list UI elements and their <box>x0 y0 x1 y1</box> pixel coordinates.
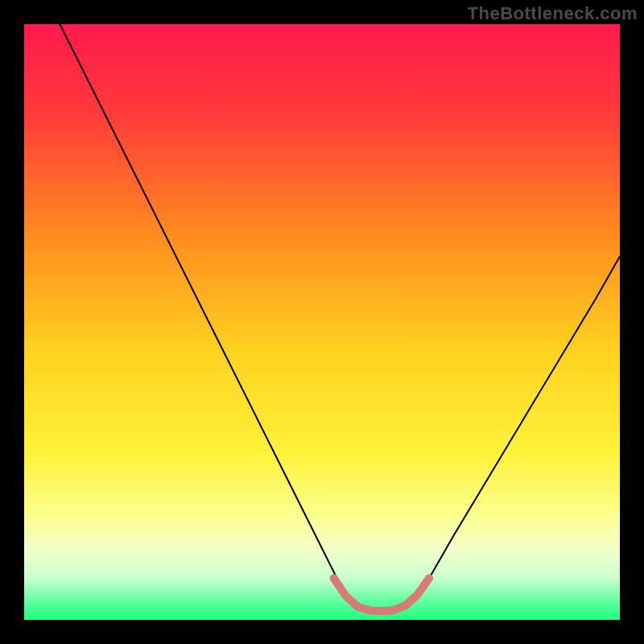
watermark-label: TheBottleneck.com <box>468 3 638 24</box>
bottleneck-chart <box>0 0 644 644</box>
chart-frame: TheBottleneck.com <box>0 0 644 644</box>
plot-background <box>24 24 620 620</box>
